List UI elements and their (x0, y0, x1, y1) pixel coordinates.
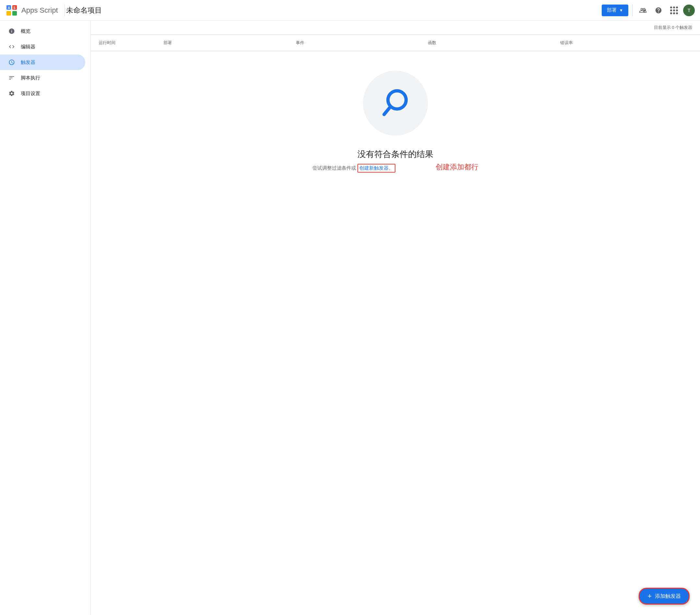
grid-icon (670, 7, 678, 14)
sidebar-item-settings[interactable]: 项目设置 (0, 86, 85, 101)
settings-icon (8, 90, 15, 97)
sidebar-item-label: 触发器 (21, 59, 35, 65)
logo-area: A S Apps Script (5, 4, 58, 17)
sidebar-item-label: 概览 (21, 28, 30, 34)
col-deploy: 部署 (163, 37, 296, 48)
sidebar: 概览 编辑器 触发器 脚本执行 项目设置 (0, 21, 91, 615)
sidebar-item-label: 编辑器 (21, 44, 35, 50)
sidebar-item-overview[interactable]: 概览 (0, 23, 85, 39)
col-event: 事件 (296, 37, 428, 48)
help-icon (655, 7, 662, 14)
create-trigger-link[interactable]: 创建新触发器。 (358, 164, 396, 173)
header-separator-2 (632, 4, 633, 16)
svg-rect-3 (12, 11, 17, 15)
grid-menu-button[interactable] (667, 4, 680, 17)
avatar[interactable]: T (683, 4, 695, 16)
svg-text:S: S (13, 6, 15, 10)
trigger-icon (8, 59, 15, 65)
sidebar-item-label: 项目设置 (21, 90, 40, 97)
main-content: 目前显示 0 个触发器 运行时间 部署 事件 函数 错误率 没有符合条件的结果 (91, 21, 700, 615)
main-layout: 概览 编辑器 触发器 脚本执行 项目设置 (0, 21, 700, 615)
deploy-button[interactable]: 部署 ▼ (602, 4, 628, 16)
deploy-chevron-icon: ▼ (619, 8, 623, 13)
empty-illustration (363, 71, 428, 136)
empty-subtitle: 尝试调整过滤条件或 创建新触发器。 创建添加都行 (312, 164, 478, 173)
apps-script-logo: A S (5, 4, 18, 17)
header-actions: 部署 ▼ T (602, 4, 695, 17)
sidebar-item-editor[interactable]: 编辑器 (0, 39, 85, 54)
plus-icon: + (648, 592, 652, 600)
empty-state: 没有符合条件的结果 尝试调整过滤条件或 创建新触发器。 创建添加都行 (91, 51, 700, 186)
code-icon (8, 43, 15, 50)
add-trigger-label: 添加触发器 (655, 593, 681, 600)
sidebar-item-executions[interactable]: 脚本执行 (0, 70, 85, 86)
table-header: 运行时间 部署 事件 函数 错误率 (91, 35, 700, 51)
empty-hint: 创建添加都行 (436, 162, 478, 172)
search-illustration-icon (379, 85, 412, 121)
empty-subtitle-prefix: 尝试调整过滤条件或 (312, 165, 356, 171)
info-icon (8, 28, 15, 34)
person-add-icon (639, 7, 647, 14)
svg-line-9 (384, 108, 390, 114)
svg-text:A: A (8, 6, 10, 10)
sidebar-item-label: 脚本执行 (21, 75, 40, 81)
sidebar-item-triggers[interactable]: 触发器 (0, 54, 85, 70)
header-separator (64, 4, 65, 16)
executions-icon (8, 75, 15, 81)
add-trigger-button[interactable]: + 添加触发器 (639, 588, 690, 605)
app-name-label: Apps Script (22, 6, 58, 15)
project-name: 未命名项目 (66, 5, 102, 15)
empty-title: 没有符合条件的结果 (358, 149, 433, 160)
col-function: 函数 (428, 37, 560, 48)
add-collaborator-button[interactable] (636, 4, 649, 17)
help-button[interactable] (652, 4, 665, 17)
col-error-rate: 错误率 (560, 37, 692, 48)
app-header: A S Apps Script 未命名项目 部署 ▼ (0, 0, 700, 21)
trigger-count-text: 目前显示 0 个触发器 (654, 25, 692, 30)
main-topbar: 目前显示 0 个触发器 (91, 21, 700, 35)
col-runtime: 运行时间 (99, 37, 163, 48)
svg-rect-2 (7, 11, 11, 15)
